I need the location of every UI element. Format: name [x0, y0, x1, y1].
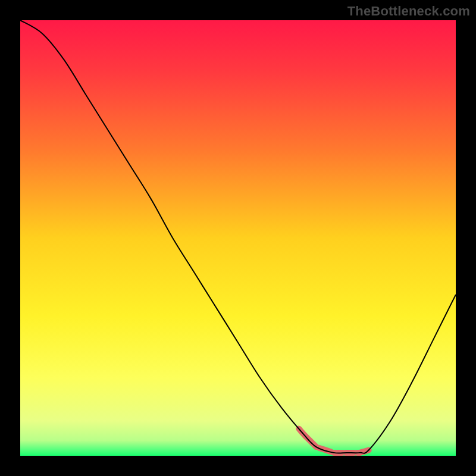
watermark-text: TheBottleneck.com: [347, 4, 470, 19]
gradient-background: [20, 20, 456, 456]
chart-frame: TheBottleneck.com: [0, 0, 476, 476]
chart-svg: [20, 20, 456, 456]
bottleneck-curve-chart: [20, 20, 456, 456]
